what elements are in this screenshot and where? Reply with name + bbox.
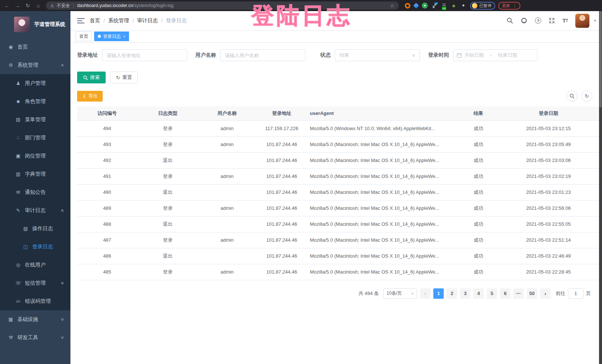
more-pages-button[interactable]: •••: [513, 288, 524, 299]
search-icon[interactable]: [507, 17, 513, 24]
hamburger-icon[interactable]: [77, 18, 85, 23]
column-header: 登录地址: [256, 106, 308, 120]
next-page-button[interactable]: ›: [540, 288, 550, 299]
fullscreen-icon[interactable]: [549, 17, 555, 24]
table-cell: 2021-05-03 22:55:05: [498, 216, 599, 232]
toggle-search-button[interactable]: [566, 90, 578, 102]
extension-heart-icon[interactable]: ♥: [422, 3, 428, 9]
chevron-up-icon: ∧: [60, 63, 64, 67]
sidebar-item-sms[interactable]: ☏短信管理∨: [0, 274, 70, 292]
sidebar-item-infra[interactable]: ▦基础设施∨: [0, 310, 70, 328]
browser-back-icon[interactable]: ←: [2, 1, 12, 10]
table-cell: [198, 248, 256, 264]
column-header: 登录日期: [498, 106, 599, 120]
table-cell: 486: [77, 248, 137, 264]
date-range-picker[interactable]: 开始日期 - 结束日期: [453, 49, 538, 61]
browser-reload-icon[interactable]: ↻: [23, 1, 33, 10]
sidebar-item-post[interactable]: ▣岗位管理: [0, 147, 70, 165]
message-icon: ✉: [15, 189, 21, 195]
close-icon[interactable]: ×: [123, 34, 125, 39]
sidebar-item-errcode[interactable]: ‹/›错误码管理: [0, 292, 70, 310]
page-button-1[interactable]: 1: [433, 288, 444, 299]
tag-首页[interactable]: 首页: [76, 32, 92, 41]
sidebar-item-notice[interactable]: ✉通知公告: [0, 183, 70, 201]
sidebar-item-dict[interactable]: ▥字典管理: [0, 165, 70, 183]
page-size-select[interactable]: 10条/页 ∨: [383, 288, 417, 299]
extension-leaf-icon[interactable]: ♣: [451, 3, 457, 9]
tags-view: 首页登录日志×: [70, 30, 602, 43]
sidebar-item-role[interactable]: ☻角色管理: [0, 92, 70, 110]
sidebar-item-label: 岗位管理: [25, 153, 46, 159]
font-size-icon[interactable]: TT: [562, 17, 568, 24]
update-label: 更新: [502, 3, 510, 9]
sidebar-item-system[interactable]: ⚙系统管理∧: [0, 56, 70, 74]
browser-home-icon[interactable]: ⌂: [33, 1, 43, 10]
page-button-2[interactable]: 2: [447, 288, 457, 299]
sidebar-item-audit-log[interactable]: ✎审计日志∧: [0, 201, 70, 219]
sidebar-item-online-user[interactable]: ◎在线用户: [0, 256, 70, 274]
browser-menu-icon[interactable]: ⋮: [512, 3, 517, 8]
page-button-3[interactable]: 3: [460, 288, 470, 299]
sidebar-item-label: 操作日志: [32, 225, 53, 232]
extension-list-icon[interactable]: ☰on: [441, 3, 447, 9]
scrollbar-thumb[interactable]: [599, 11, 602, 107]
username-input[interactable]: [220, 49, 305, 61]
security-label[interactable]: 不安全: [57, 3, 70, 9]
refresh-button[interactable]: ↻: [581, 90, 592, 102]
help-icon[interactable]: ?: [535, 17, 541, 24]
table-cell: 485: [77, 264, 137, 280]
github-icon[interactable]: [520, 17, 527, 24]
table-cell: 101.87.244.46: [256, 168, 308, 184]
extension-diamond-icon[interactable]: [413, 3, 419, 9]
sidebar-item-menu[interactable]: ▤菜单管理: [0, 110, 70, 129]
table-cell: 101.87.244.46: [256, 200, 308, 216]
sidebar-item-label: 通知公告: [25, 189, 46, 196]
sidebar-item-user[interactable]: ♟用户管理: [0, 74, 70, 92]
export-button[interactable]: ↧ 导出: [77, 91, 103, 102]
extension-grid-icon[interactable]: ▞: [431, 3, 437, 9]
table-cell: 2021-05-03 23:02:19: [498, 168, 599, 184]
table-cell: 成功: [459, 232, 498, 248]
sidebar-logo-row[interactable]: 芋道管理系统: [0, 11, 70, 38]
sidebar-item-dept[interactable]: ∴部门管理: [0, 129, 70, 147]
browser-update-button[interactable]: 更新 ⋮: [498, 2, 520, 10]
prev-page-button[interactable]: ‹: [420, 288, 430, 299]
page-button-50[interactable]: 50: [527, 288, 537, 299]
breadcrumb-separator: /: [132, 18, 134, 24]
search-button[interactable]: 搜索: [77, 72, 106, 83]
sidebar-item-label: 研发工具: [17, 334, 38, 341]
browser-forward-icon[interactable]: →: [13, 1, 22, 10]
chevron-down-icon[interactable]: ▾: [594, 18, 596, 23]
table-cell: 2021-05-03 22:56:06: [498, 200, 599, 216]
page-button-6[interactable]: 6: [500, 288, 510, 299]
breadcrumb-item[interactable]: 首页: [90, 17, 100, 24]
pagination: 共 494 条 10条/页 ∨ ‹ 123456•••50 › 前往 页: [77, 288, 591, 299]
sidebar-item-operate-log[interactable]: ▧操作日志: [0, 219, 70, 238]
browser-profile-chip[interactable]: 已暂停: [470, 2, 495, 10]
sidebar-item-label: 错误码管理: [25, 298, 51, 305]
page-scrollbar[interactable]: [599, 11, 602, 364]
page-button-5[interactable]: 5: [487, 288, 497, 299]
sidebar-item-login-log[interactable]: ◫登录日志: [0, 238, 70, 256]
sidebar-item-devtool[interactable]: ⚒研发工具∨: [0, 328, 70, 347]
user-avatar[interactable]: [575, 14, 589, 28]
chevron-down-icon: ∨: [60, 335, 64, 340]
breadcrumb-item[interactable]: 审计日志: [137, 17, 158, 24]
status-select[interactable]: 结果 ∨: [335, 49, 420, 61]
breadcrumb-item[interactable]: 系统管理: [108, 17, 129, 24]
table-cell: 成功: [459, 216, 498, 232]
table-cell: 2021-05-03 23:03:06: [498, 152, 599, 168]
reset-button[interactable]: ↻ 重置: [110, 72, 138, 83]
profile-avatar-icon: [472, 3, 477, 9]
page-buttons: 123456•••50: [433, 288, 537, 299]
tag-登录日志[interactable]: 登录日志×: [94, 32, 129, 41]
extension-puzzle-icon[interactable]: ✦: [460, 3, 466, 9]
extension-orange-icon[interactable]: [405, 3, 410, 9]
goto-page-input[interactable]: [568, 288, 583, 299]
table-cell: Mozilla/5.0 (Macintosh; Intel Mac OS X 1…: [308, 184, 459, 200]
bookmark-star-icon[interactable]: ☆: [390, 3, 394, 9]
address-label: 登录地址: [77, 52, 98, 59]
address-input[interactable]: [102, 49, 187, 61]
page-button-4[interactable]: 4: [473, 288, 484, 299]
sidebar-item-home[interactable]: ◉首页: [0, 38, 70, 56]
